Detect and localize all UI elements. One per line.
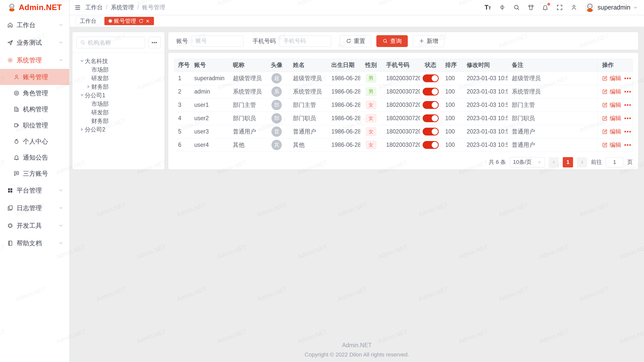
edit-button[interactable]: 编辑 [602, 74, 621, 82]
more-actions-button[interactable]: ••• [624, 102, 631, 108]
tree-node-大名科技[interactable]: 大名科技 [72, 57, 165, 65]
edit-button[interactable]: 编辑 [602, 141, 621, 149]
sidebar-item-通知公告[interactable]: 通知公告 [0, 149, 69, 165]
sidebar-item-三方账号[interactable]: 三方账号 [0, 165, 69, 182]
position-icon [13, 122, 20, 128]
sidebar-item-机构管理[interactable]: 机构管理 [0, 101, 69, 117]
sidebar-item-label: 个人中心 [23, 137, 64, 146]
sidebar-item-帮助文档[interactable]: 帮助文档 [0, 234, 69, 252]
sidebar-item-label: 工作台 [17, 21, 58, 29]
more-actions-button[interactable]: ••• [624, 88, 631, 95]
tree-node-财务部[interactable]: 财务部 [72, 82, 165, 91]
person-icon[interactable] [571, 4, 577, 11]
tree-caret-icon[interactable] [79, 128, 85, 131]
tree-node-财务部[interactable]: 财务部 [72, 117, 165, 125]
tree-node-分公司2[interactable]: 分公司2 [72, 125, 165, 134]
tab-label: 账号管理 [114, 17, 136, 25]
tab-账号管理[interactable]: 账号管理× [104, 17, 154, 25]
edit-button[interactable]: 编辑 [602, 88, 621, 96]
cell-sort: 100 [441, 98, 462, 112]
search-button[interactable]: 查询 [376, 35, 408, 47]
search-icon[interactable] [513, 4, 520, 11]
collapse-menu-icon[interactable] [74, 4, 81, 11]
reset-button[interactable]: 重置 [340, 35, 371, 47]
cell-birth: 1986-06-28 [327, 85, 360, 98]
close-icon[interactable]: × [146, 18, 149, 24]
tree-node-label: 研发部 [91, 109, 109, 116]
font-size-icon[interactable]: TT [485, 4, 491, 11]
grid-icon [7, 187, 13, 194]
tree-node-市场部[interactable]: 市场部 [72, 65, 165, 74]
profile-badge-icon [13, 138, 20, 145]
theme-icon[interactable] [528, 4, 534, 11]
edit-button[interactable]: 编辑 [602, 101, 621, 109]
org-search-input[interactable] [88, 39, 142, 46]
cell-birth: 1986-06-28 [327, 138, 360, 152]
sidebar-item-业务测试[interactable]: 业务测试 [0, 34, 69, 51]
sidebar-item-角色管理[interactable]: 角色管理 [0, 85, 69, 101]
more-actions-button[interactable]: ••• [624, 75, 631, 82]
tree-node-研发部[interactable]: 研发部 [72, 108, 165, 117]
edit-button[interactable]: 编辑 [602, 128, 621, 135]
cell-gender: 男 [360, 85, 382, 98]
bell-icon [13, 154, 20, 161]
tree-node-市场部[interactable]: 市场部 [72, 100, 165, 108]
account-input[interactable] [192, 35, 244, 47]
status-toggle[interactable] [423, 141, 439, 149]
sidebar-item-工作台[interactable]: 工作台 [0, 16, 69, 34]
cell-sort: 100 [441, 125, 462, 138]
tree-caret-icon[interactable] [79, 58, 85, 64]
cell-modified: 2023-01-03 10:59:44 [462, 98, 508, 112]
cell-remark: 部门职员 [508, 112, 598, 125]
cell-phone: 18020030720 [382, 138, 420, 152]
fullscreen-icon[interactable] [556, 4, 563, 11]
status-toggle[interactable] [423, 114, 439, 122]
goto-page-input[interactable] [606, 157, 623, 167]
edit-button[interactable]: 编辑 [602, 114, 621, 122]
refresh-icon[interactable] [138, 18, 144, 24]
chevron-down-icon [58, 188, 64, 193]
cell-nickname: 系统管理员 [229, 85, 265, 98]
more-actions-button[interactable]: ••• [624, 142, 631, 148]
next-page-button[interactable] [577, 157, 587, 167]
status-toggle[interactable] [423, 74, 439, 82]
notification-icon[interactable] [542, 4, 549, 11]
breadcrumb-item[interactable]: 系统管理 [111, 4, 134, 11]
building-icon [13, 106, 20, 112]
add-button[interactable]: 新增 [413, 35, 444, 47]
tree-caret-icon[interactable] [86, 85, 91, 88]
tree-node-研发部[interactable]: 研发部 [72, 74, 165, 82]
tab-label: 工作台 [80, 17, 96, 25]
brand-logo: Admin.NET [0, 0, 69, 15]
prev-page-button[interactable] [549, 157, 559, 167]
breadcrumb-item[interactable]: 工作台 [85, 4, 103, 11]
cell-nickname: 部门职员 [229, 112, 265, 125]
org-more-button[interactable]: ••• [148, 37, 160, 48]
notification-badge [547, 3, 550, 6]
phone-input[interactable] [279, 35, 331, 47]
sidebar-item-账号管理[interactable]: 账号管理 [0, 69, 69, 85]
tree-node-分公司1[interactable]: 分公司1 [72, 91, 165, 100]
more-actions-button[interactable]: ••• [624, 115, 631, 122]
sidebar-item-日志管理[interactable]: 日志管理 [0, 199, 69, 217]
language-icon[interactable] [499, 4, 506, 11]
sidebar-item-职位管理[interactable]: 职位管理 [0, 117, 69, 133]
current-page-button[interactable]: 1 [563, 157, 573, 167]
sidebar-item-开发工具[interactable]: 开发工具 [0, 217, 69, 234]
tree-node-label: 大名科技 [85, 57, 108, 65]
more-actions-button[interactable]: ••• [624, 128, 631, 135]
topbar: 工作台/系统管理/账号管理 TTsuperadmin [70, 0, 644, 15]
page-size-select[interactable]: 10条/页 [510, 157, 545, 167]
status-toggle[interactable] [423, 128, 439, 135]
sidebar-item-个人中心[interactable]: 个人中心 [0, 133, 69, 149]
tree-caret-icon[interactable] [79, 92, 85, 98]
cell-sort: 100 [441, 138, 462, 152]
edit-icon [602, 142, 608, 148]
cell-sort: 100 [441, 85, 462, 98]
status-toggle[interactable] [423, 88, 439, 96]
sidebar-item-平台管理[interactable]: 平台管理 [0, 182, 69, 199]
user-menu[interactable]: superadmin [585, 3, 638, 13]
sidebar-item-系统管理[interactable]: 系统管理 [0, 51, 69, 69]
tab-工作台[interactable]: 工作台 [75, 17, 101, 25]
status-toggle[interactable] [423, 101, 439, 109]
